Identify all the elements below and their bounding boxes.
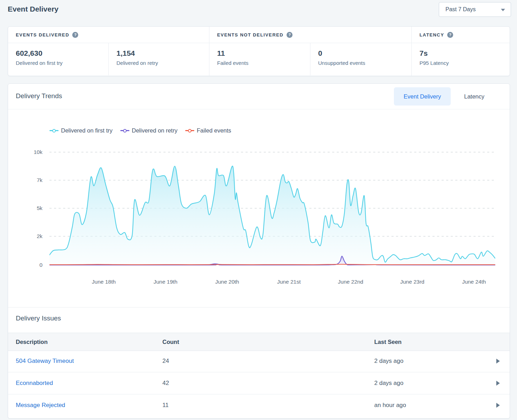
column-header-count: Count [162, 339, 179, 345]
stat-group-latency: LATENCY?7sP95 Latency [411, 27, 510, 76]
column-header-description: Description [16, 339, 48, 345]
time-range-value: Past 7 Days [445, 6, 476, 13]
stat-value: 1,154 [116, 49, 209, 57]
stat-description: P95 Latency [419, 60, 510, 66]
stat-group-header: EVENTS DELIVERED? [8, 27, 209, 43]
tab-event-delivery[interactable]: Event Delivery [394, 87, 451, 106]
stat-description: Failed events [217, 60, 310, 66]
chart-legend: Delivered on first tryDelivered on retry… [49, 127, 231, 134]
issue-description-link[interactable]: 504 Gateway Timeout [16, 358, 74, 365]
trends-tab-bar: Event DeliveryLatency [394, 87, 494, 106]
help-icon[interactable]: ? [72, 32, 78, 38]
stat-group-header: EVENTS NOT DELIVERED? [209, 27, 412, 43]
stat-description: Unsupported events [318, 60, 412, 66]
stat-cell: 0Unsupported events [310, 43, 412, 75]
stat-cell: 7sP95 Latency [412, 43, 510, 75]
legend-item-failed-events[interactable]: Failed events [185, 127, 231, 134]
stat-value: 7s [419, 49, 510, 57]
tab-latency[interactable]: Latency [454, 87, 494, 106]
legend-marker-icon [49, 129, 59, 133]
chevron-right-icon[interactable] [496, 403, 500, 408]
y-tick-label: 0 [25, 262, 42, 269]
stat-description: Delivered on first try [16, 60, 108, 66]
legend-item-delivered-on-first-try[interactable]: Delivered on first try [49, 127, 113, 134]
x-tick-label: June 22nd [331, 279, 370, 285]
issue-description-link[interactable]: Message Rejected [16, 402, 65, 409]
stat-cell: 602,630Delivered on first try [8, 43, 108, 75]
table-row[interactable]: Message Rejected11an hour ago [8, 394, 510, 416]
x-tick-label: June 18th [85, 279, 123, 285]
page-title: Event Delivery [8, 5, 59, 13]
stat-group-events-not-delivered: EVENTS NOT DELIVERED?11Failed events0Uns… [209, 27, 412, 76]
stat-group-header: LATENCY? [412, 27, 510, 43]
y-tick-label: 7k [25, 177, 42, 184]
chevron-right-icon[interactable] [496, 381, 500, 386]
x-tick-label: June 20th [208, 279, 247, 285]
table-row[interactable]: 504 Gateway Timeout242 days ago [8, 350, 510, 372]
y-tick-label: 10k [25, 149, 42, 156]
trends-header: Delivery Trends Event DeliveryLatency [8, 84, 510, 109]
stat-value: 602,630 [16, 49, 108, 57]
trends-title: Delivery Trends [16, 92, 62, 100]
delivery-trends-chart[interactable] [49, 147, 496, 270]
stat-description: Delivered on retry [116, 60, 209, 66]
stat-group-events-delivered: EVENTS DELIVERED?602,630Delivered on fir… [8, 27, 209, 76]
stat-value: 0 [318, 49, 412, 57]
stat-cell: 11Failed events [209, 43, 310, 75]
issue-last-seen: 2 days ago [374, 380, 403, 387]
stat-cells: 602,630Delivered on first try1,154Delive… [8, 43, 209, 75]
x-tick-label: June 23rd [393, 279, 431, 285]
legend-marker-icon [185, 129, 194, 133]
x-tick-label: June 21st [270, 279, 308, 285]
issue-last-seen: an hour ago [374, 402, 406, 409]
stat-cells: 7sP95 Latency [412, 43, 510, 75]
issues-table-header: Description Count Last Seen [8, 333, 510, 351]
chevron-right-icon[interactable] [496, 359, 500, 364]
chevron-down-icon [501, 9, 505, 11]
stat-group-label: EVENTS NOT DELIVERED [217, 32, 283, 38]
time-range-dropdown[interactable]: Past 7 Days [439, 2, 511, 17]
section-divider [8, 307, 510, 307]
stat-group-label: LATENCY [419, 32, 444, 38]
issue-count: 42 [162, 380, 169, 387]
table-row[interactable]: Econnaborted422 days ago [8, 372, 510, 394]
stat-cells: 11Failed events0Unsupported events [209, 43, 412, 75]
legend-marker-icon [120, 129, 129, 133]
help-icon[interactable]: ? [447, 32, 453, 38]
stat-value: 11 [217, 49, 310, 57]
legend-label: Delivered on retry [132, 127, 177, 134]
issues-table-body: 504 Gateway Timeout242 days agoEconnabor… [8, 350, 510, 416]
delivery-trends-card: Delivery Trends Event DeliveryLatency De… [8, 83, 510, 419]
issue-last-seen: 2 days ago [374, 358, 403, 365]
delivery-issues-title: Delivery Issues [16, 314, 61, 322]
x-tick-label: June 24th [455, 279, 493, 285]
stat-group-label: EVENTS DELIVERED [16, 32, 69, 38]
y-tick-label: 5k [25, 205, 42, 212]
x-tick-label: June 19th [146, 279, 185, 285]
legend-label: Failed events [197, 127, 231, 134]
stat-cell: 1,154Delivered on retry [108, 43, 209, 75]
issue-description-link[interactable]: Econnaborted [16, 380, 53, 387]
y-tick-label: 2k [25, 233, 42, 240]
issue-count: 24 [162, 358, 169, 365]
legend-item-delivered-on-retry[interactable]: Delivered on retry [120, 127, 177, 134]
issue-count: 11 [162, 402, 169, 409]
summary-stats-card: EVENTS DELIVERED?602,630Delivered on fir… [8, 26, 510, 76]
legend-label: Delivered on first try [61, 127, 113, 134]
column-header-last-seen: Last Seen [374, 339, 402, 345]
help-icon[interactable]: ? [287, 32, 293, 38]
